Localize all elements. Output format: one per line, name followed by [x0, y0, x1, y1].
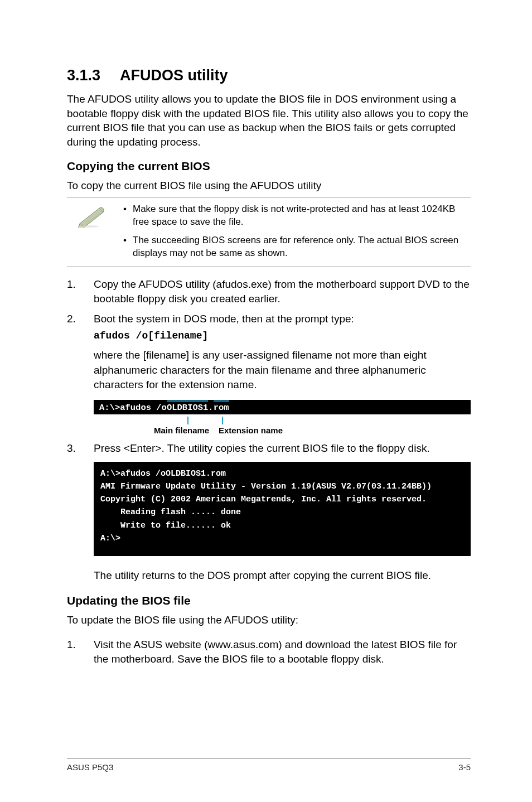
callout-tick [187, 417, 188, 424]
step-item: 1. Copy the AFUDOS utility (afudos.exe) … [67, 277, 471, 306]
step-text: Boot the system in DOS mode, then at the… [94, 312, 471, 342]
note-block: • Make sure that the floppy disk is not … [67, 197, 471, 267]
note-text: Make sure that the floppy disk is not wr… [133, 203, 471, 229]
note-list: • Make sure that the floppy disk is not … [117, 203, 471, 260]
footer-right: 3-5 [458, 762, 471, 772]
terminal-example-2: A:\>afudos /oOLDBIOS1.rom AMI Firmware U… [94, 462, 471, 557]
update-steps: 1. Visit the ASUS website (www.asus.com)… [67, 637, 471, 666]
term-main-filename: OLDBIOS1 [167, 400, 208, 414]
update-lead: To update the BIOS file using the AFUDOS… [67, 613, 471, 627]
intro-paragraph: The AFUDOS utility allows you to update … [67, 92, 471, 149]
step-text: Press <Enter>. The utility copies the cu… [94, 441, 471, 456]
step-number: 1. [67, 637, 94, 666]
step-number: 1. [67, 277, 94, 306]
footer-left: ASUS P5Q3 [67, 762, 113, 772]
page: 3.1.3AFUDOS utility The AFUDOS utility a… [0, 0, 532, 802]
step-3-list: 3. Press <Enter>. The utility copies the… [67, 441, 471, 456]
copy-lead: To copy the current BIOS file using the … [67, 178, 471, 193]
step-item: 2. Boot the system in DOS mode, then at … [67, 312, 471, 342]
callout-tick [222, 417, 223, 424]
copy-heading: Copying the current BIOS [67, 160, 471, 173]
term-dot: . [208, 403, 213, 413]
step-number: 2. [67, 312, 94, 342]
copy-steps: 1. Copy the AFUDOS utility (afudos.exe) … [67, 277, 471, 342]
step-text-inner: Boot the system in DOS mode, then at the… [94, 313, 354, 325]
step-text: Visit the ASUS website (www.asus.com) an… [94, 637, 471, 666]
update-heading: Updating the BIOS file [67, 594, 471, 607]
bullet-icon: • [117, 234, 133, 260]
callout-label-main: Main filename [154, 426, 209, 435]
pencil-note-icon [67, 203, 117, 260]
bullet-icon: • [117, 203, 133, 229]
term-prefix: A:\>afudos /o [99, 403, 167, 413]
terminal-line: A:\>afudos /oOLDBIOS1.rom [94, 400, 471, 414]
callout-label-ext: Extension name [219, 426, 283, 435]
svg-point-0 [81, 225, 99, 228]
command-text: afudos /o[filename] [94, 329, 471, 343]
section-heading: 3.1.3AFUDOS utility [67, 67, 471, 84]
note-item: • The succeeding BIOS screens are for re… [117, 234, 471, 260]
page-footer: ASUS P5Q3 3-5 [67, 758, 471, 772]
step-text: Copy the AFUDOS utility (afudos.exe) fro… [94, 277, 471, 306]
step-item: 3. Press <Enter>. The utility copies the… [67, 441, 471, 456]
filename-callouts: Main filename Extension name [94, 417, 471, 441]
step-number: 3. [67, 441, 94, 456]
section-number: 3.1.3 [67, 67, 120, 84]
filename-note: where the [filename] is any user-assigne… [94, 348, 471, 392]
note-item: • Make sure that the floppy disk is not … [117, 203, 471, 229]
after-term-note: The utility returns to the DOS prompt af… [94, 568, 471, 583]
section-title-text: AFUDOS utility [120, 67, 228, 84]
terminal-example-1: A:\>afudos /oOLDBIOS1.rom [94, 400, 471, 414]
note-text: The succeeding BIOS screens are for refe… [133, 234, 471, 260]
term-extension: rom [214, 400, 229, 414]
step-item: 1. Visit the ASUS website (www.asus.com)… [67, 637, 471, 666]
